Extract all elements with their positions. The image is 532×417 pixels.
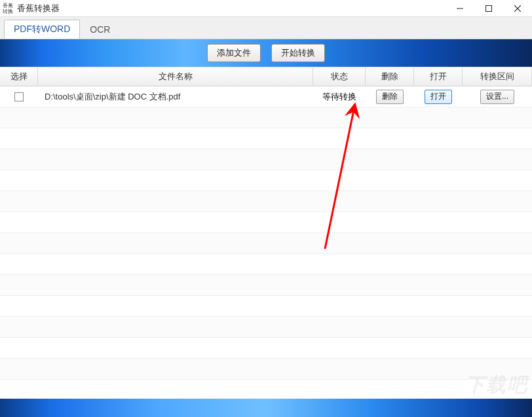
header-open: 打开 <box>414 67 463 86</box>
header-name: 文件名称 <box>38 67 313 86</box>
tab-bar: PDF转WORD OCR <box>0 17 532 39</box>
table-row <box>0 233 532 254</box>
minimize-button[interactable] <box>446 0 474 17</box>
tab-label: OCR <box>90 24 110 35</box>
table-row <box>0 212 532 233</box>
table-row <box>0 128 532 149</box>
row-checkbox[interactable] <box>14 92 24 101</box>
close-button[interactable] <box>503 0 532 17</box>
table-header: 选择 文件名称 状态 删除 打开 转换区间 <box>0 67 532 86</box>
row-select-cell <box>0 86 38 107</box>
bottom-bar <box>0 399 532 417</box>
row-range-button[interactable]: 设置... <box>480 90 514 104</box>
row-filename: D:\tools\桌面\zip\新建 DOC 文档.pdf <box>38 86 313 107</box>
row-delete-button[interactable]: 删除 <box>376 90 404 104</box>
header-range: 转换区间 <box>463 67 532 86</box>
row-range-cell: 设置... <box>463 86 532 107</box>
file-table: 选择 文件名称 状态 删除 打开 转换区间 D:\tools\桌面\zip\新建… <box>0 67 532 399</box>
toolbar: 添加文件 开始转换 <box>0 39 532 67</box>
table-row <box>0 149 532 170</box>
table-row <box>0 296 532 317</box>
add-file-button[interactable]: 添加文件 <box>207 44 261 62</box>
header-select: 选择 <box>0 67 38 86</box>
title-bar: 香蕉 转换 香蕉转换器 <box>0 0 532 17</box>
tab-ocr[interactable]: OCR <box>80 20 120 39</box>
row-status: 等待转换 <box>313 86 366 107</box>
app-icon-top: 香蕉 <box>3 3 14 9</box>
start-convert-button[interactable]: 开始转换 <box>271 44 325 62</box>
table-row <box>0 317 532 338</box>
row-open-button[interactable]: 打开 <box>425 90 452 104</box>
tab-pdf-to-word[interactable]: PDF转WORD <box>4 20 80 39</box>
table-row <box>0 191 532 212</box>
svg-rect-1 <box>486 5 492 11</box>
app-icon-bottom: 转换 <box>3 9 14 14</box>
table-row <box>0 170 532 191</box>
row-open-cell: 打开 <box>414 86 463 107</box>
header-status: 状态 <box>313 67 366 86</box>
tab-label: PDF转WORD <box>14 24 70 35</box>
window-title: 香蕉转换器 <box>17 3 446 14</box>
table-row <box>0 338 532 359</box>
table-row <box>0 359 532 380</box>
window-controls <box>446 0 532 17</box>
app-icon: 香蕉 转换 <box>3 3 14 14</box>
table-row <box>0 107 532 128</box>
table-row <box>0 275 532 296</box>
table-row <box>0 254 532 275</box>
table-row: D:\tools\桌面\zip\新建 DOC 文档.pdf 等待转换 删除 打开… <box>0 86 532 107</box>
row-delete-cell: 删除 <box>366 86 414 107</box>
maximize-button[interactable] <box>474 0 503 17</box>
table-body: D:\tools\桌面\zip\新建 DOC 文档.pdf 等待转换 删除 打开… <box>0 86 532 399</box>
header-delete: 删除 <box>366 67 414 86</box>
